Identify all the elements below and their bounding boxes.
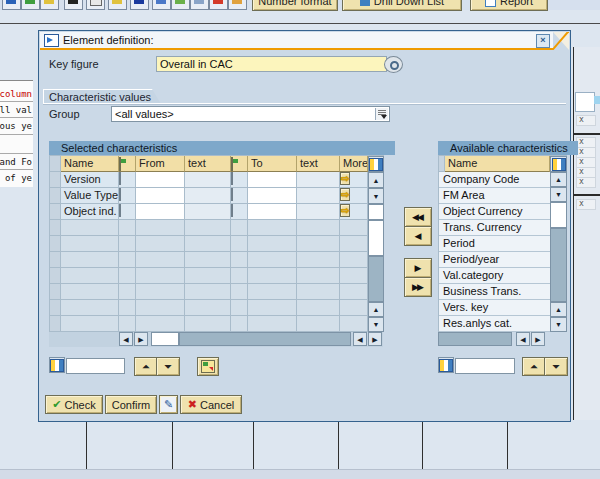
sort-ascending-button[interactable]: ⏶ — [134, 357, 158, 376]
sort-descending-button[interactable]: ⏷ — [544, 357, 568, 376]
scroll-down-button[interactable]: ▼ — [550, 187, 567, 202]
to-multiselect-checkbox[interactable] — [231, 172, 248, 188]
scroll-left-button[interactable]: ◀ — [119, 332, 133, 346]
toolbar-icon-4[interactable] — [64, 0, 83, 10]
position-input[interactable] — [66, 358, 125, 374]
tab-characteristic-values[interactable]: Characteristic values — [43, 89, 161, 104]
list-item[interactable]: FM Area — [439, 188, 550, 204]
list-item[interactable]: Business Trans. — [439, 284, 550, 300]
toolbar-icon-12[interactable] — [228, 0, 247, 10]
multiple-selection-button[interactable] — [197, 357, 219, 376]
vertical-scrollbar-track[interactable] — [550, 228, 567, 302]
sort-descending-button[interactable]: ⏷ — [156, 357, 180, 376]
toolbar-icon-3[interactable] — [40, 0, 59, 10]
value-help-icon[interactable] — [384, 56, 403, 73]
to-multiselect-checkbox[interactable] — [231, 204, 248, 220]
scroll-down-button[interactable]: ▼ — [368, 188, 384, 204]
more-button[interactable]: ⇨ — [340, 204, 368, 220]
toolbar-icon-11[interactable] — [209, 0, 228, 10]
toolbar-icon-7[interactable] — [130, 0, 149, 10]
table-row[interactable]: Value Type ⇨ ▼ — [50, 188, 384, 204]
add-button[interactable]: ▶ — [404, 258, 432, 278]
scroll-up-button[interactable]: ▲ — [550, 302, 567, 317]
add-all-button[interactable]: ▶▶ — [404, 277, 432, 297]
resize-corner[interactable] — [553, 32, 569, 50]
edit-button[interactable]: ✎ — [159, 395, 178, 414]
toolbar-icon-9[interactable] — [171, 0, 190, 10]
drill-down-list-button[interactable]: Drill Down List — [342, 0, 462, 11]
table-row[interactable]: Version ⇨ ▲ — [50, 172, 384, 188]
col-from[interactable]: From — [136, 156, 185, 172]
toolbar-icon-10[interactable] — [190, 0, 209, 10]
vertical-scrollbar-track[interactable] — [368, 256, 384, 302]
position-icon[interactable] — [438, 357, 454, 373]
scroll-right-button[interactable]: ▶ — [531, 332, 545, 346]
row-selector[interactable] — [50, 172, 61, 188]
dialog-titlebar[interactable]: Element definition: — [40, 32, 553, 50]
scroll-up-button[interactable]: ▲ — [550, 172, 567, 187]
list-item[interactable]: Object Currency — [439, 204, 550, 220]
vertical-scrollbar-thumb[interactable] — [550, 202, 567, 228]
col-more[interactable]: More — [340, 156, 368, 172]
to-input[interactable] — [248, 188, 297, 204]
to-input[interactable] — [248, 204, 297, 220]
list-item[interactable]: Period — [439, 236, 550, 252]
row-selector[interactable] — [50, 188, 61, 204]
more-button[interactable]: ⇨ — [340, 188, 368, 204]
close-icon[interactable]: × — [536, 34, 550, 48]
scroll-up-button[interactable]: ▲ — [368, 172, 384, 188]
scroll-right-button[interactable]: ▶ — [368, 332, 382, 346]
list-item[interactable]: Company Code — [439, 172, 550, 188]
sort-ascending-button[interactable]: ⏶ — [522, 357, 546, 376]
more-button[interactable]: ⇨ — [340, 172, 368, 188]
scroll-right-button[interactable]: ▶ — [134, 332, 148, 346]
list-item[interactable]: Val.category — [439, 268, 550, 284]
cancel-button[interactable]: ✖ Cancel — [180, 395, 242, 414]
hscrollbar-track[interactable] — [179, 332, 351, 346]
col-name[interactable]: Name — [61, 156, 119, 172]
from-input[interactable] — [136, 204, 185, 220]
toolbar-icon-5[interactable] — [86, 0, 105, 10]
list-item[interactable]: Trans. Currency — [439, 220, 550, 236]
scroll-down-button[interactable]: ▼ — [368, 317, 384, 332]
scroll-down-button[interactable]: ▼ — [550, 317, 567, 332]
toolbar-icon-2[interactable] — [21, 0, 40, 10]
position-input[interactable] — [455, 358, 515, 374]
from-input[interactable] — [136, 172, 185, 188]
col-to[interactable]: To — [248, 156, 297, 172]
vertical-scrollbar-thumb[interactable] — [368, 204, 384, 220]
key-figure-input[interactable]: Overall in CAC — [156, 56, 387, 72]
check-button[interactable]: ✔ Check — [45, 395, 103, 414]
toolbar-icon-1[interactable] — [2, 0, 21, 10]
remove-button[interactable]: ◀ — [404, 226, 432, 246]
remove-all-button[interactable]: ◀◀ — [404, 207, 432, 227]
table-settings-icon[interactable] — [550, 156, 567, 172]
group-select[interactable]: <all values> — [111, 106, 390, 122]
from-multiselect-checkbox[interactable] — [119, 172, 136, 188]
from-multiselect-checkbox[interactable] — [119, 188, 136, 204]
list-item[interactable]: Period/year — [439, 252, 550, 268]
confirm-button[interactable]: Confirm — [105, 395, 157, 414]
to-multiselect-checkbox[interactable] — [231, 188, 248, 204]
from-input[interactable] — [136, 188, 185, 204]
table-settings-icon[interactable] — [368, 156, 384, 172]
col-text2[interactable]: text — [297, 156, 340, 172]
dropdown-icon[interactable] — [375, 108, 388, 120]
from-multiselect-checkbox[interactable] — [119, 204, 136, 220]
scroll-left-button[interactable]: ◀ — [516, 332, 530, 346]
list-item[interactable]: Vers. key — [439, 300, 550, 316]
list-item[interactable]: Res.anlys cat. — [439, 316, 550, 332]
scroll-up-button[interactable]: ▲ — [368, 302, 384, 317]
table-row[interactable]: Object ind. ⇨ — [50, 204, 384, 220]
row-selector[interactable] — [50, 204, 61, 220]
available-col-name[interactable]: Name — [445, 156, 550, 172]
multi-select-icon[interactable] — [231, 156, 248, 172]
to-input[interactable] — [248, 172, 297, 188]
hscrollbar-thumb[interactable] — [151, 332, 179, 346]
hscrollbar-thumb[interactable] — [438, 332, 512, 346]
position-icon[interactable] — [49, 357, 65, 373]
col-text[interactable]: text — [185, 156, 231, 172]
number-format-button[interactable]: Number format — [252, 0, 338, 11]
scroll-left-button[interactable]: ◀ — [353, 332, 367, 346]
report-button[interactable]: Report — [470, 0, 548, 11]
